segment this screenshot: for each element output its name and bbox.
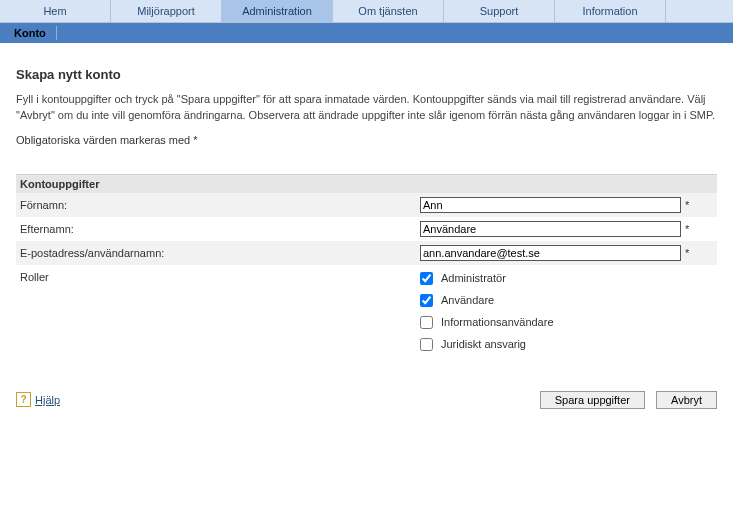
- roles-list: Administratör Användare Informationsanvä…: [420, 269, 713, 357]
- role-item: Juridiskt ansvarig: [420, 335, 713, 357]
- help-link[interactable]: Hjälp: [35, 394, 60, 406]
- footer-bar: ? Hjälp Spara uppgifter Avbryt: [0, 367, 733, 419]
- role-label: Användare: [441, 294, 494, 306]
- tab-om-tjansten[interactable]: Om tjänsten: [333, 0, 444, 22]
- subtab-konto[interactable]: Konto: [14, 26, 57, 40]
- role-checkbox-informationsanvandare[interactable]: [420, 316, 433, 329]
- row-email: E-postadress/användarnamn: *: [16, 241, 717, 265]
- email-input[interactable]: [420, 245, 681, 261]
- top-nav: Hem Miljörapport Administration Om tjäns…: [0, 0, 733, 23]
- role-label: Administratör: [441, 272, 506, 284]
- firstname-input[interactable]: [420, 197, 681, 213]
- role-checkbox-anvandare[interactable]: [420, 294, 433, 307]
- lastname-required: *: [681, 223, 689, 235]
- section-heading: Kontouppgifter: [16, 174, 717, 193]
- page-title: Skapa nytt konto: [16, 67, 717, 82]
- row-firstname: Förnamn: *: [16, 193, 717, 217]
- content-area: Skapa nytt konto Fyll i kontouppgifter o…: [0, 43, 733, 367]
- role-item: Användare: [420, 291, 713, 313]
- role-checkbox-juridiskt-ansvarig[interactable]: [420, 338, 433, 351]
- tab-support[interactable]: Support: [444, 0, 555, 22]
- tab-administration[interactable]: Administration: [222, 0, 333, 22]
- lastname-input[interactable]: [420, 221, 681, 237]
- email-label: E-postadress/användarnamn:: [20, 247, 420, 259]
- help-icon: ?: [16, 392, 31, 407]
- row-lastname: Efternamn: *: [16, 217, 717, 241]
- row-roles: Roller Administratör Användare Informati…: [16, 265, 717, 357]
- sub-nav: Konto: [0, 23, 733, 43]
- mandatory-note: Obligatoriska värden markeras med *: [16, 134, 717, 146]
- tab-information[interactable]: Information: [555, 0, 666, 22]
- tab-miljorapport[interactable]: Miljörapport: [111, 0, 222, 22]
- lastname-label: Efternamn:: [20, 223, 420, 235]
- firstname-label: Förnamn:: [20, 199, 420, 211]
- role-checkbox-administrator[interactable]: [420, 272, 433, 285]
- role-item: Informationsanvändare: [420, 313, 713, 335]
- tab-hem[interactable]: Hem: [0, 0, 111, 22]
- role-label: Juridiskt ansvarig: [441, 338, 526, 350]
- role-label: Informationsanvändare: [441, 316, 554, 328]
- roles-label: Roller: [20, 269, 420, 357]
- firstname-required: *: [681, 199, 689, 211]
- help-block: ? Hjälp: [16, 392, 532, 407]
- email-required: *: [681, 247, 689, 259]
- save-button[interactable]: Spara uppgifter: [540, 391, 645, 409]
- role-item: Administratör: [420, 269, 713, 291]
- cancel-button[interactable]: Avbryt: [656, 391, 717, 409]
- intro-text: Fyll i kontouppgifter och tryck på "Spar…: [16, 92, 717, 124]
